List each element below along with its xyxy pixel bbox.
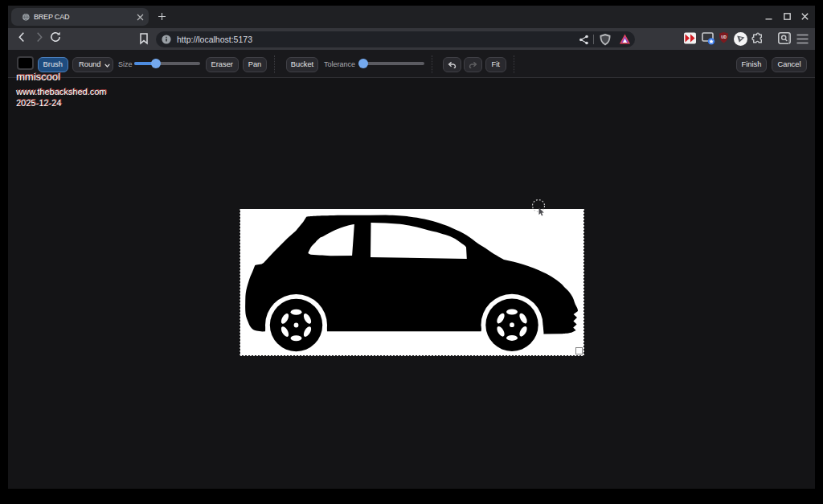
svg-text:UD: UD bbox=[721, 35, 727, 39]
